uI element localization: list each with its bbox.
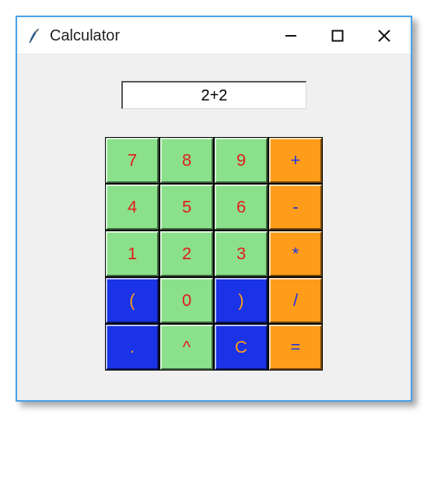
key-clear[interactable]: C <box>215 325 268 370</box>
key-2[interactable]: 2 <box>160 231 213 276</box>
key-plus[interactable]: + <box>269 138 322 183</box>
app-window: Calculator 2+2 7 8 9 + 4 5 6 - 1 2 3 * <box>16 16 412 402</box>
key-multiply[interactable]: * <box>269 231 322 276</box>
window-title: Calculator <box>50 26 120 44</box>
key-close-paren[interactable]: ) <box>215 278 268 323</box>
key-decimal[interactable]: . <box>106 325 159 370</box>
key-open-paren[interactable]: ( <box>106 278 159 323</box>
client-area: 2+2 7 8 9 + 4 5 6 - 1 2 3 * ( 0 ) / . ^ … <box>17 54 411 400</box>
key-3[interactable]: 3 <box>215 231 268 276</box>
maximize-button[interactable] <box>314 17 361 54</box>
key-9[interactable]: 9 <box>215 138 268 183</box>
display-area: 2+2 <box>47 81 381 109</box>
titlebar: Calculator <box>17 17 411 54</box>
key-6[interactable]: 6 <box>215 185 268 230</box>
key-8[interactable]: 8 <box>160 138 213 183</box>
key-equals[interactable]: = <box>269 325 322 370</box>
key-minus[interactable]: - <box>269 185 322 230</box>
key-5[interactable]: 5 <box>160 185 213 230</box>
key-1[interactable]: 1 <box>106 231 159 276</box>
key-power[interactable]: ^ <box>160 325 213 370</box>
key-0[interactable]: 0 <box>160 278 213 323</box>
close-button[interactable] <box>361 17 408 54</box>
svg-rect-1 <box>333 30 343 40</box>
keypad: 7 8 9 + 4 5 6 - 1 2 3 * ( 0 ) / . ^ C = <box>105 137 323 371</box>
key-7[interactable]: 7 <box>106 138 159 183</box>
expression-display[interactable]: 2+2 <box>121 81 306 109</box>
key-4[interactable]: 4 <box>106 185 159 230</box>
minimize-button[interactable] <box>268 17 314 54</box>
feather-icon <box>26 26 42 45</box>
key-divide[interactable]: / <box>269 278 322 323</box>
